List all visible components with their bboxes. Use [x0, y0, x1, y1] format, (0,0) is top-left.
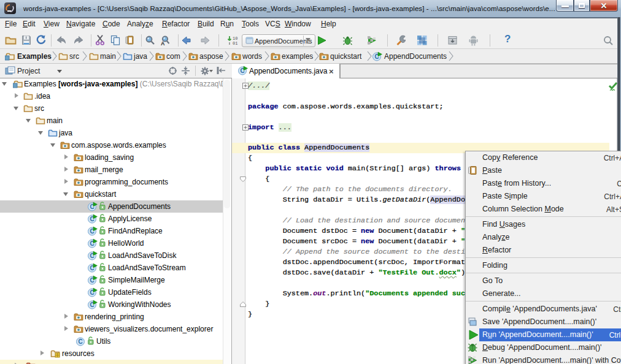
svg-text:10: 10 — [233, 36, 237, 41]
svg-text:01: 01 — [233, 41, 237, 46]
